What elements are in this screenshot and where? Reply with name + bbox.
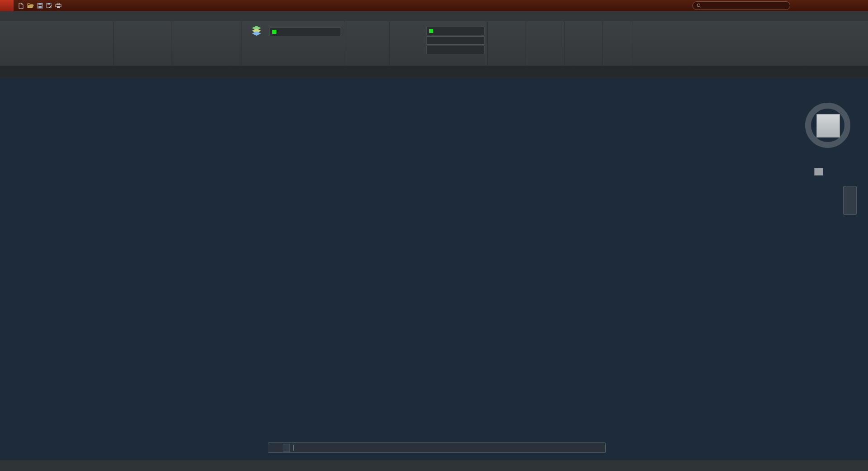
dimension-button[interactable] — [199, 23, 223, 58]
text-button[interactable] — [174, 23, 198, 58]
quick-calc-icon[interactable] — [554, 45, 561, 52]
new-drawing-icon[interactable] — [18, 2, 24, 10]
hatch-mini-icon[interactable] — [417, 45, 425, 52]
save-as-icon[interactable] — [46, 2, 52, 10]
layer-dropdown[interactable] — [270, 28, 341, 36]
layer-off-icon[interactable] — [271, 38, 279, 44]
object-color-dropdown[interactable] — [427, 27, 484, 35]
group-edit-icon[interactable] — [515, 41, 523, 48]
annotation-scale-button[interactable] — [756, 461, 764, 471]
make-current-button[interactable] — [270, 37, 341, 45]
array-button[interactable] — [144, 42, 159, 43]
linear-dimension-button[interactable] — [224, 38, 239, 39]
open-icon[interactable] — [27, 2, 34, 10]
fillet-button[interactable] — [144, 40, 159, 41]
search-box[interactable] — [693, 1, 790, 10]
panel-label-groups[interactable] — [488, 58, 526, 66]
edit-block-button[interactable] — [372, 40, 387, 41]
line-button[interactable] — [3, 23, 26, 58]
plot-icon[interactable] — [55, 2, 62, 10]
panel-label-modify[interactable] — [114, 58, 171, 66]
move-button[interactable] — [116, 38, 129, 39]
hatch-tool-icon[interactable] — [102, 45, 110, 52]
leader-button[interactable] — [224, 40, 239, 41]
undo-icon[interactable] — [65, 2, 65, 10]
rotate-button[interactable] — [130, 38, 143, 39]
panel-label-utilities[interactable] — [526, 58, 564, 66]
erase-icon[interactable] — [161, 29, 168, 36]
arc-button[interactable] — [77, 23, 101, 58]
viewcube[interactable] — [802, 99, 854, 152]
drawing-viewport[interactable] — [0, 78, 868, 460]
copy-button[interactable] — [116, 40, 129, 41]
layer-walk-icon[interactable] — [291, 46, 299, 53]
panel-label-block[interactable] — [344, 58, 389, 66]
match-properties-button[interactable] — [393, 23, 416, 58]
rectangle-tool-icon[interactable] — [102, 29, 110, 36]
id-point-icon[interactable] — [554, 29, 561, 36]
cut-icon[interactable] — [592, 33, 600, 40]
offset-icon[interactable] — [161, 45, 168, 52]
command-line[interactable] — [268, 442, 606, 453]
command-prompt-chip[interactable] — [283, 444, 290, 452]
ribbon-display-toggle[interactable] — [14, 11, 23, 21]
scale-button[interactable] — [130, 42, 143, 43]
copy-clip-icon[interactable] — [592, 41, 600, 48]
edit-attributes-button[interactable] — [372, 42, 387, 43]
paste-button[interactable] — [567, 23, 591, 58]
layer-lock-icon[interactable] — [291, 38, 299, 44]
ellipse-tool-icon[interactable] — [102, 37, 110, 44]
stretch-button[interactable] — [116, 42, 129, 43]
application-menu-button[interactable] — [0, 0, 14, 11]
search-input[interactable] — [704, 3, 786, 9]
base-view-button[interactable] — [606, 23, 629, 58]
workspace-switching-button[interactable] — [765, 461, 773, 471]
minimize-button[interactable] — [825, 0, 839, 11]
layer-isolate-icon[interactable] — [271, 46, 279, 53]
wcs-button[interactable] — [814, 168, 823, 176]
trim-button[interactable] — [144, 38, 159, 39]
units-button[interactable] — [786, 461, 794, 471]
panel-label-draw[interactable] — [0, 58, 113, 66]
clean-screen-icon[interactable] — [854, 461, 864, 471]
group-button[interactable] — [490, 23, 514, 58]
properties-list-icon[interactable] — [417, 29, 425, 36]
linetype-dropdown[interactable] — [427, 46, 484, 54]
annotation-monitor-icon[interactable] — [774, 461, 785, 471]
measure-button[interactable] — [529, 23, 552, 58]
save-icon[interactable] — [37, 2, 43, 10]
graphics-performance-icon[interactable] — [830, 461, 841, 471]
mirror-button[interactable] — [130, 40, 143, 41]
circle-button[interactable] — [52, 23, 76, 58]
polyline-button[interactable] — [28, 23, 51, 58]
quick-select-icon[interactable] — [554, 37, 561, 44]
layer-thaw-icon[interactable] — [281, 38, 289, 44]
create-block-button[interactable] — [372, 38, 387, 39]
viewcube-top-face[interactable] — [816, 114, 840, 138]
panel-label-layers[interactable] — [242, 58, 344, 66]
lineweight-dropdown[interactable] — [427, 36, 484, 45]
maximize-button[interactable] — [839, 0, 853, 11]
autoscale-icon[interactable] — [744, 461, 755, 471]
panel-label-properties[interactable] — [390, 58, 487, 66]
panel-layers — [242, 21, 344, 66]
panel-label-clipboard[interactable] — [564, 58, 602, 66]
table-button[interactable] — [224, 42, 239, 43]
transparency-mini-icon[interactable] — [417, 37, 425, 44]
layer-properties-button[interactable] — [245, 23, 268, 58]
layer-freeze-icon[interactable] — [281, 46, 289, 53]
redo-icon[interactable] — [68, 2, 69, 10]
insert-block-button[interactable] — [347, 23, 370, 58]
ungroup-icon[interactable] — [515, 33, 523, 40]
close-button[interactable] — [853, 0, 866, 11]
model-space-button[interactable] — [285, 460, 294, 471]
panel-label-view[interactable] — [603, 58, 632, 66]
quick-properties-icon[interactable] — [795, 461, 806, 471]
panel-label-annotation[interactable] — [171, 58, 242, 66]
hardware-acceleration-icon[interactable] — [842, 461, 853, 471]
selection-filter-icon[interactable] — [818, 461, 829, 471]
object-isolate-icon[interactable] — [806, 461, 817, 471]
annotation-visibility-icon[interactable] — [732, 461, 743, 471]
match-layer-button[interactable] — [270, 46, 341, 53]
explode-icon[interactable] — [161, 37, 168, 44]
